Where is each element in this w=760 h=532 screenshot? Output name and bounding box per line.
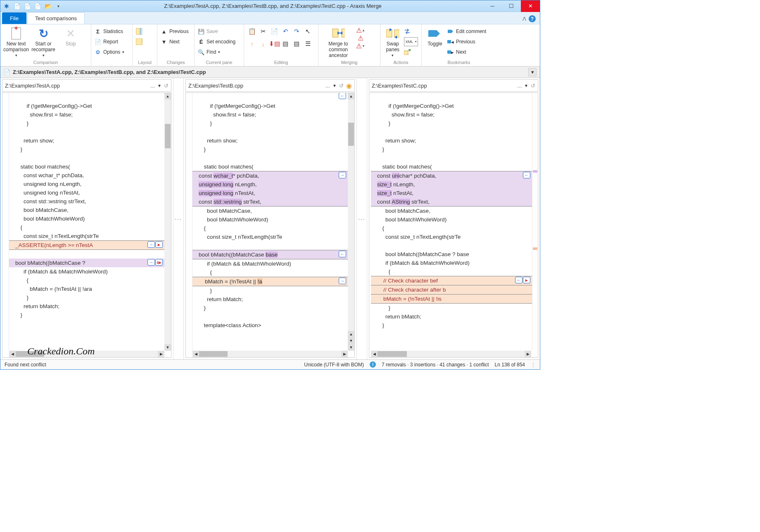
pane-a-vscroll[interactable]: ▲▼ <box>164 93 171 351</box>
next-change-button[interactable]: ▼Next <box>161 37 189 46</box>
merge-left-button[interactable]: ← <box>339 93 346 99</box>
merge-right-button[interactable]: → <box>339 278 346 284</box>
edit-up-icon[interactable]: ↑ <box>247 39 256 48</box>
edit-comment-button[interactable]: Edit comment <box>447 27 486 36</box>
qa-icon3[interactable]: 📄 <box>33 2 42 11</box>
pane-c-history-icon[interactable]: ↺ <box>531 83 535 89</box>
qa-new-icon[interactable]: 📄 <box>12 2 21 11</box>
svg-rect-12 <box>404 51 408 55</box>
help-icon[interactable]: ? <box>529 15 536 22</box>
info-icon[interactable]: i <box>370 361 376 368</box>
stop-button[interactable]: ✕ Stop <box>58 26 83 47</box>
bookmark-next-icon: ▸ <box>447 49 454 55</box>
options-button[interactable]: ⚙Options ▾ <box>95 48 124 57</box>
edit-down-icon[interactable]: ↓ <box>259 39 268 48</box>
document-tab-dropdown[interactable]: ▾ <box>528 68 537 76</box>
merge-right-button[interactable]: → <box>339 172 346 178</box>
pane-c-dropdown-icon[interactable]: ▼ <box>524 83 528 88</box>
report-icon: 📄 <box>95 38 101 45</box>
minimize-button[interactable]: ─ <box>483 0 502 12</box>
cut-icon[interactable]: ✂ <box>259 27 268 36</box>
merge-right-button[interactable]: → <box>147 259 155 266</box>
layout-v-icon <box>136 38 142 45</box>
pane-c-hscroll[interactable]: ◀▶ <box>371 351 531 357</box>
pane-b-browse[interactable]: ... <box>325 83 330 89</box>
status-line-col: Ln 138 of 854 <box>495 362 525 368</box>
paste-icon[interactable]: 📋 <box>247 27 256 36</box>
tab-text-comparisons[interactable]: Text comparisons <box>27 12 85 24</box>
pane-a-title: Z:\Examples\TestA.cpp <box>5 83 148 89</box>
pane-c-overview[interactable] <box>532 93 538 351</box>
search-icon: 🔍 <box>198 49 204 55</box>
document-tab[interactable]: 📄 Z:\Examples\TestA.cpp, Z:\Examples\Tes… <box>4 69 206 75</box>
set-encoding-button[interactable]: ÉSet encoding <box>198 37 235 46</box>
pane-b-code[interactable]: if (!getMergeConfig()->Get show.first = … <box>185 93 355 358</box>
prev-change-button[interactable]: ▲Previous <box>161 27 189 36</box>
warning-up-icon[interactable]: ⚠▲ <box>357 27 364 33</box>
qa-dropdown[interactable]: ▾ <box>54 2 63 11</box>
merge-left-button[interactable]: ← <box>339 251 346 257</box>
action-xml-icon[interactable]: XML▾ <box>404 37 418 46</box>
tab-file[interactable]: File <box>2 12 26 24</box>
pane-b-history-icon[interactable]: ↺ <box>339 83 344 89</box>
collapse-ribbon-icon[interactable]: ᐱ <box>522 16 526 22</box>
toggle-bookmark-button[interactable]: Toggle <box>425 26 445 47</box>
merge-left-button[interactable]: ← <box>523 172 530 178</box>
indent-right-icon[interactable]: ▤ <box>292 39 301 48</box>
window-title: Z:\Examples\TestA.cpp, Z:\Examples\TestB… <box>63 3 483 9</box>
pane-b-dropdown-icon[interactable]: ▼ <box>332 83 337 88</box>
pane-b-vscroll[interactable]: ▲▲▼▼ <box>348 93 354 351</box>
encoding-icon: É <box>198 38 204 45</box>
undo-icon[interactable]: ↶ <box>281 27 290 36</box>
svg-rect-3 <box>136 28 140 35</box>
copy-icon[interactable]: 📄 <box>270 27 279 36</box>
pane-c-code[interactable]: if (!getMergeConfig()->Get show.first = … <box>369 93 538 358</box>
ribbon-tabs: File Text comparisons ᐱ ? <box>0 12 540 24</box>
statistics-button[interactable]: ΣStatistics <box>95 27 124 36</box>
cursor-icon[interactable]: ↖ <box>303 27 312 36</box>
close-button[interactable]: ✕ <box>521 0 540 12</box>
merge-icon <box>332 27 345 40</box>
layout-vertical-button[interactable] <box>136 37 142 46</box>
swap-panes-button[interactable]: Swap panes▾ <box>384 26 401 57</box>
pane-a-code[interactable]: if (!getMergeConfig()->Get show.first = … <box>2 93 171 358</box>
svg-rect-10 <box>386 30 392 37</box>
warning-mid-icon[interactable]: ⚠ <box>357 35 364 41</box>
list-icon[interactable]: ☰ <box>303 39 312 48</box>
pane-a-browse[interactable]: ... <box>150 83 155 89</box>
save-button[interactable]: 💾Save <box>198 27 235 36</box>
indent-left-icon[interactable]: ▤ <box>281 39 290 48</box>
merge-right-button[interactable]: → <box>147 241 155 248</box>
merge-ancestor-button[interactable]: Merge to common ancestor <box>322 26 355 58</box>
action-export-icon[interactable] <box>404 48 418 57</box>
svg-rect-6 <box>136 38 142 45</box>
action-swap-icon[interactable] <box>404 27 418 36</box>
layout-horizontal-button[interactable] <box>136 27 142 36</box>
prev-bookmark-button[interactable]: ◂Previous <box>447 37 486 46</box>
document-icon: 📄 <box>4 69 10 75</box>
merge-cancel-icon[interactable]: ▸ <box>155 241 163 248</box>
merge-left-button[interactable]: ← <box>515 277 522 283</box>
down-triangle-icon: ▼ <box>161 38 167 45</box>
maximize-button[interactable]: ☐ <box>502 0 521 12</box>
edit-sort-icon[interactable]: ⬇▤ <box>270 39 279 48</box>
pane-c-browse[interactable]: ... <box>517 83 522 89</box>
start-recompare-button[interactable]: ↻ Start or recompare▾ <box>31 26 56 57</box>
svg-rect-4 <box>140 28 142 35</box>
new-text-comparison-button[interactable]: New text comparison▾ <box>4 26 28 57</box>
find-button[interactable]: 🔍Find ▾ <box>198 48 235 57</box>
document-tab-bar: 📄 Z:\Examples\TestA.cpp, Z:\Examples\Tes… <box>0 66 540 78</box>
qa-icon2[interactable]: 📄 <box>23 2 32 11</box>
redo-icon[interactable]: ↷ <box>292 27 301 36</box>
qa-icon4[interactable]: 📂 <box>43 2 52 11</box>
pane-a-history-icon[interactable]: ↺ <box>164 83 169 89</box>
pane-b-hscroll[interactable]: ◀▶ <box>192 351 348 357</box>
bookmark-prev-icon: ◂ <box>447 38 454 45</box>
next-bookmark-button[interactable]: ▸Next <box>447 48 486 57</box>
report-button[interactable]: 📄Report <box>95 37 124 46</box>
pane-a-dropdown-icon[interactable]: ▼ <box>157 83 162 88</box>
warning-down-icon[interactable]: ⚠▼ <box>357 43 364 49</box>
status-encoding: Unicode (UTF-8 with BOM) <box>304 362 364 368</box>
new-comparison-icon <box>10 27 23 40</box>
svg-rect-8 <box>332 29 338 37</box>
